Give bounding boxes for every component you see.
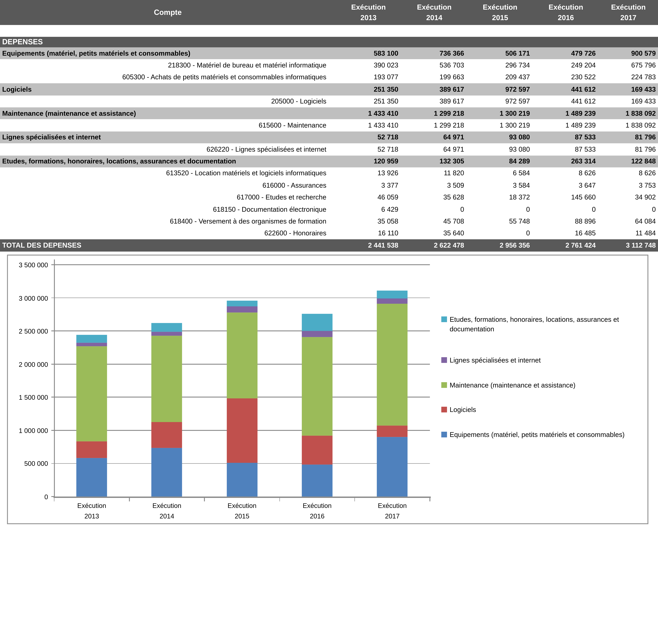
row-value: 224 783 xyxy=(599,71,658,83)
y-axis-label: 3 000 000 xyxy=(8,294,48,302)
bar-segment xyxy=(377,426,408,437)
column-header-exec-2013: Exécution2013 xyxy=(335,0,401,25)
x-axis-tick xyxy=(430,498,430,502)
x-axis-tick xyxy=(129,498,130,502)
column-header-exec-year: 2015 xyxy=(492,14,508,22)
column-header-exec-year: 2013 xyxy=(360,14,376,22)
bar-segment xyxy=(227,301,257,306)
bar-segment xyxy=(377,437,408,497)
legend-swatch xyxy=(441,432,447,437)
row-value: 122 848 xyxy=(599,155,658,167)
table-row: 613520 - Location matériels et logiciels… xyxy=(0,167,658,179)
row-value: 199 663 xyxy=(401,71,467,83)
legend-label: Logiciels xyxy=(450,405,476,415)
row-value: 0 xyxy=(467,203,533,215)
table-body: DEPENSESEquipements (matériel, petits ma… xyxy=(0,37,658,251)
column-header-exec-label: Exécution xyxy=(611,3,646,11)
row-value: 52 718 xyxy=(335,131,401,143)
bar-segment xyxy=(377,304,408,426)
row-value xyxy=(335,37,401,47)
row-value: 2 956 356 xyxy=(467,239,533,251)
row-value: 2 761 424 xyxy=(533,239,599,251)
bar-segment xyxy=(152,448,182,497)
row-value xyxy=(401,37,467,47)
bar-segment xyxy=(302,337,332,435)
legend-swatch xyxy=(441,357,447,363)
column-header-exec-label: Exécution xyxy=(483,3,518,11)
row-value: 583 100 xyxy=(335,47,401,59)
row-value: 6 584 xyxy=(467,167,533,179)
row-label: 615600 - Maintenance xyxy=(0,119,335,131)
row-value: 46 059 xyxy=(335,191,401,203)
legend-label: Equipements (matériel, petits matériels … xyxy=(450,430,625,439)
legend-swatch xyxy=(441,382,447,388)
row-value: 506 171 xyxy=(467,47,533,59)
legend-swatch xyxy=(441,317,447,322)
row-value: 251 350 xyxy=(335,83,401,95)
row-value: 87 533 xyxy=(533,131,599,143)
row-value: 3 112 748 xyxy=(599,239,658,251)
y-axis-line xyxy=(54,259,54,497)
row-value: 972 597 xyxy=(467,83,533,95)
row-value: 1 838 092 xyxy=(599,108,658,119)
table-row: Logiciels251 350389 617972 597441 612169… xyxy=(0,83,658,95)
row-value: 16 110 xyxy=(335,228,401,239)
spreadsheet-report: Compte Exécution2013Exécution2014Exécuti… xyxy=(0,0,658,537)
row-label: DEPENSES xyxy=(0,37,335,47)
legend-item: Logiciels xyxy=(441,405,649,415)
table-row: 218300 - Matériel de bureau et matériel … xyxy=(0,59,658,71)
row-value: 3 647 xyxy=(533,179,599,191)
row-label: 605300 - Achats de petits matériels et c… xyxy=(0,71,335,83)
row-value: 93 080 xyxy=(467,131,533,143)
row-value: 8 626 xyxy=(533,167,599,179)
bar-segment xyxy=(227,399,257,463)
x-axis-tick xyxy=(204,498,205,502)
row-value: 1 299 218 xyxy=(401,119,467,131)
column-header-exec-label: Exécution xyxy=(351,3,386,11)
row-value: 3 584 xyxy=(467,179,533,191)
row-value: 441 612 xyxy=(533,95,599,107)
row-value: 8 626 xyxy=(599,167,658,179)
x-axis-label: Exécution xyxy=(54,502,129,509)
row-label: 626220 - Lignes spécialisées et internet xyxy=(0,143,335,155)
legend-item: Etudes, formations, honoraires, location… xyxy=(441,315,649,334)
row-value: 145 660 xyxy=(533,191,599,203)
bar-segment xyxy=(302,435,332,465)
row-value: 35 058 xyxy=(335,215,401,227)
x-axis-label-year: 2017 xyxy=(355,512,430,520)
row-label: Etudes, formations, honoraires, location… xyxy=(0,155,335,167)
bar-segment xyxy=(76,441,107,458)
row-label: Lignes spécialisées et internet xyxy=(0,131,335,143)
row-label: Equipements (matériel, petits matériels … xyxy=(0,47,335,59)
row-value: 900 579 xyxy=(599,47,658,59)
row-value: 1 300 219 xyxy=(467,119,533,131)
legend-label: Lignes spécialisées et internet xyxy=(450,355,541,365)
x-axis-label: Exécution xyxy=(280,502,355,509)
row-label: 622600 - Honoraires xyxy=(0,228,335,239)
y-axis-label: 2 500 000 xyxy=(8,327,48,335)
legend-item: Equipements (matériel, petits matériels … xyxy=(441,430,649,439)
row-value: 16 485 xyxy=(533,228,599,239)
table-row: 205000 - Logiciels251 350389 617972 5974… xyxy=(0,95,658,107)
row-value: 1 838 092 xyxy=(599,119,658,131)
table-row: Etudes, formations, honoraires, location… xyxy=(0,155,658,167)
row-value xyxy=(599,37,658,47)
row-value: 1 489 239 xyxy=(533,119,599,131)
row-value: 230 522 xyxy=(533,71,599,83)
bar-segment xyxy=(152,323,182,331)
row-value: 0 xyxy=(401,203,467,215)
table-row: 615600 - Maintenance1 433 4101 299 2181 … xyxy=(0,119,658,131)
x-axis-label-year: 2014 xyxy=(129,512,204,520)
row-value xyxy=(467,37,533,47)
row-value: 1 300 219 xyxy=(467,108,533,119)
column-header-exec-2017: Exécution2017 xyxy=(599,0,658,25)
x-axis-label-year: 2016 xyxy=(280,512,355,520)
bar-segment xyxy=(227,313,257,399)
table-row: Lignes spécialisées et internet52 71864 … xyxy=(0,131,658,143)
row-value: 0 xyxy=(533,203,599,215)
row-label: 205000 - Logiciels xyxy=(0,95,335,107)
table-row: 605300 - Achats de petits matériels et c… xyxy=(0,71,658,83)
bar-segment xyxy=(377,298,408,304)
bar-segment xyxy=(227,463,257,497)
table-header-row: Compte Exécution2013Exécution2014Exécuti… xyxy=(0,0,658,25)
